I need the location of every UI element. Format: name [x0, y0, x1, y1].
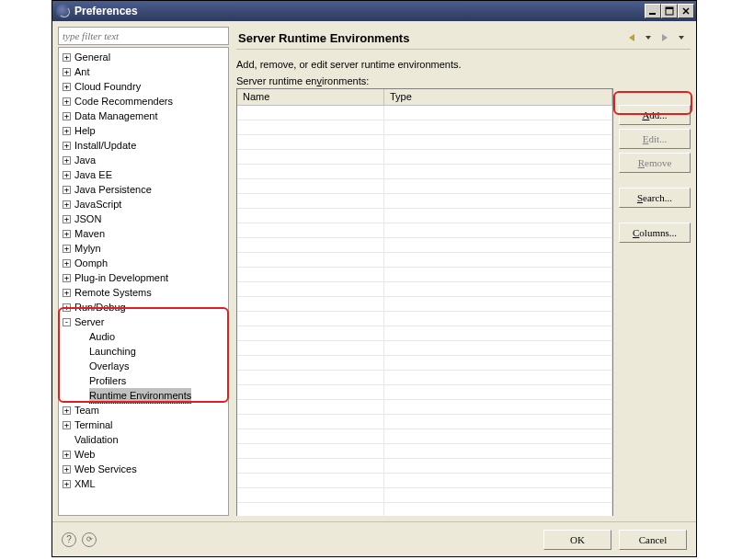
expand-icon[interactable]: +: [63, 451, 71, 459]
table-row[interactable]: [237, 179, 612, 194]
cancel-button[interactable]: Cancel: [619, 530, 687, 550]
tree-item[interactable]: +Web Services: [59, 462, 228, 476]
tree-item[interactable]: +XML: [59, 476, 228, 491]
tree-item[interactable]: -Server: [59, 314, 228, 329]
tree-item[interactable]: +General: [59, 50, 228, 64]
table-row[interactable]: [237, 429, 612, 444]
table-row[interactable]: [237, 415, 612, 429]
collapse-icon[interactable]: -: [63, 318, 71, 326]
tree-item[interactable]: +Team: [59, 403, 228, 417]
table-row[interactable]: [237, 150, 612, 165]
tree-item[interactable]: +Web: [59, 447, 228, 462]
tree-item[interactable]: +Oomph: [59, 256, 228, 270]
tree-item[interactable]: +Maven: [59, 226, 228, 241]
tree-item[interactable]: +Java Persistence: [59, 182, 228, 197]
table-row[interactable]: [237, 268, 612, 282]
table-row[interactable]: [237, 400, 612, 415]
add-button[interactable]: Add...: [619, 105, 691, 125]
expand-icon[interactable]: +: [63, 406, 71, 415]
expand-icon[interactable]: +: [63, 230, 71, 238]
nav-back-icon[interactable]: [624, 30, 639, 45]
table-row[interactable]: [237, 356, 612, 371]
expand-icon[interactable]: +: [63, 112, 71, 120]
tree-item-child[interactable]: Audio: [59, 329, 228, 344]
table-row[interactable]: [237, 120, 612, 135]
expand-icon[interactable]: +: [63, 68, 71, 76]
expand-icon[interactable]: +: [63, 480, 71, 488]
tree-item-child[interactable]: Overlays: [59, 359, 228, 373]
expand-icon[interactable]: +: [63, 274, 71, 282]
table-row[interactable]: [237, 106, 612, 120]
preferences-tree[interactable]: +General+Ant+Cloud Foundry+Code Recommen…: [58, 47, 229, 516]
expand-icon[interactable]: +: [63, 171, 71, 179]
column-header-type[interactable]: Type: [384, 89, 612, 106]
table-row[interactable]: [237, 253, 612, 268]
ok-button[interactable]: OK: [543, 530, 611, 550]
expand-icon[interactable]: +: [63, 127, 71, 135]
tree-item[interactable]: +Mylyn: [59, 241, 228, 256]
tree-item[interactable]: +Cloud Foundry: [59, 79, 228, 94]
expand-icon[interactable]: +: [63, 289, 71, 297]
expand-icon[interactable]: +: [63, 83, 71, 91]
columns-button[interactable]: Columns...: [619, 223, 691, 243]
expand-icon[interactable]: +: [63, 156, 71, 165]
table-row[interactable]: [237, 503, 612, 516]
tree-item-child[interactable]: Runtime Environments: [59, 388, 228, 403]
table-row[interactable]: [237, 194, 612, 209]
tree-item[interactable]: +Java: [59, 153, 228, 167]
expand-icon[interactable]: +: [63, 142, 71, 150]
table-row[interactable]: [237, 165, 612, 179]
expand-icon[interactable]: +: [63, 186, 71, 194]
table-row[interactable]: [237, 459, 612, 474]
table-row[interactable]: [237, 282, 612, 297]
close-button[interactable]: [678, 4, 694, 18]
nav-forward-icon[interactable]: [657, 30, 672, 45]
tree-item[interactable]: +Ant: [59, 64, 228, 79]
tree-item-child[interactable]: Profilers: [59, 373, 228, 388]
tree-item[interactable]: +Remote Systems: [59, 285, 228, 300]
tree-item[interactable]: +Terminal: [59, 417, 228, 432]
table-row[interactable]: [237, 297, 612, 312]
search-button[interactable]: Search...: [619, 188, 691, 208]
tree-item[interactable]: Validation: [59, 432, 228, 447]
tree-item[interactable]: +Run/Debug: [59, 300, 228, 314]
tree-item[interactable]: +Java EE: [59, 167, 228, 182]
table-row[interactable]: [237, 238, 612, 253]
expand-icon[interactable]: +: [63, 259, 71, 268]
expand-icon[interactable]: +: [63, 200, 71, 209]
table-row[interactable]: [237, 312, 612, 326]
import-export-icon[interactable]: ⟳: [82, 532, 97, 547]
expand-icon[interactable]: +: [63, 421, 71, 429]
expand-icon[interactable]: +: [63, 53, 71, 62]
expand-icon[interactable]: +: [63, 465, 71, 474]
tree-item[interactable]: +Help: [59, 123, 228, 138]
tree-item[interactable]: +JSON: [59, 211, 228, 226]
tree-item-child[interactable]: Launching: [59, 344, 228, 359]
column-header-name[interactable]: Name: [237, 89, 384, 106]
expand-icon[interactable]: +: [63, 303, 71, 312]
table-row[interactable]: [237, 488, 612, 503]
table-row[interactable]: [237, 341, 612, 356]
filter-input[interactable]: [58, 27, 229, 45]
tree-item[interactable]: +Code Recommenders: [59, 94, 228, 109]
nav-back-dropdown-icon[interactable]: [641, 30, 656, 45]
table-row[interactable]: [237, 223, 612, 238]
expand-icon[interactable]: +: [63, 97, 71, 106]
table-row[interactable]: [237, 209, 612, 223]
tree-item[interactable]: +Data Management: [59, 109, 228, 123]
tree-item[interactable]: +JavaScript: [59, 197, 228, 211]
table-row[interactable]: [237, 326, 612, 341]
table-row[interactable]: [237, 474, 612, 488]
tree-item[interactable]: +Plug-in Development: [59, 270, 228, 285]
minimize-button[interactable]: [645, 4, 661, 18]
nav-forward-dropdown-icon[interactable]: [674, 30, 689, 45]
table-row[interactable]: [237, 371, 612, 385]
table-row[interactable]: [237, 135, 612, 150]
tree-item[interactable]: +Install/Update: [59, 138, 228, 153]
table-row[interactable]: [237, 444, 612, 459]
help-icon[interactable]: ?: [62, 532, 76, 547]
expand-icon[interactable]: +: [63, 245, 71, 253]
maximize-button[interactable]: [661, 4, 678, 18]
runtime-table[interactable]: Name Type: [236, 88, 613, 516]
table-row[interactable]: [237, 385, 612, 400]
